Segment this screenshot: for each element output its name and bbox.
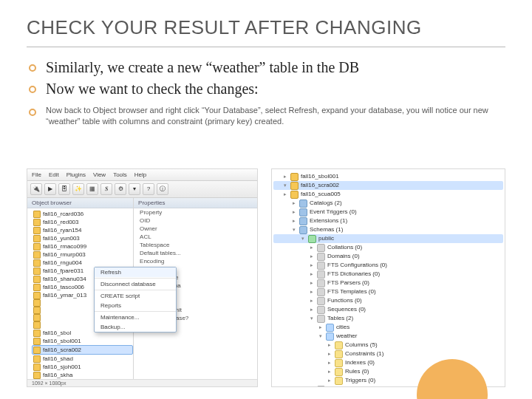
bullet-small: Now back to Object browser and right cli… bbox=[27, 105, 505, 127]
expand-icon[interactable]: ▸ bbox=[327, 376, 332, 385]
db-tree-item-label: fall16_rmaco099 bbox=[43, 242, 86, 250]
expand-icon[interactable]: ▸ bbox=[327, 358, 332, 367]
expand-icon[interactable]: ▸ bbox=[309, 305, 315, 314]
tree-node[interactable]: ▸fall16_sbol001 bbox=[273, 172, 503, 181]
tree-node[interactable]: ▸Sequences (0) bbox=[273, 305, 503, 314]
menu-view[interactable]: View bbox=[93, 171, 106, 178]
generic-icon bbox=[317, 253, 325, 261]
tree-node-label: Rules (0) bbox=[345, 367, 369, 376]
col-icon bbox=[335, 341, 343, 349]
context-menu[interactable]: Refresh Disconnect database CREATE scrip… bbox=[94, 267, 177, 332]
database-icon bbox=[33, 372, 41, 379]
tree-node[interactable]: ▸Constraints (1) bbox=[273, 349, 503, 358]
db-icon[interactable]: 🗄 bbox=[58, 183, 70, 195]
db-tree-item[interactable]: fall16_red003 bbox=[32, 218, 133, 226]
db-tree-item[interactable]: fall16_scra002 bbox=[32, 345, 133, 355]
property-row: ACL bbox=[134, 233, 257, 241]
expand-icon[interactable]: ▾ bbox=[309, 314, 315, 323]
expand-icon[interactable]: ▸ bbox=[282, 172, 288, 181]
menu-tools[interactable]: Tools bbox=[113, 171, 127, 178]
database-icon bbox=[33, 355, 41, 363]
db-icon bbox=[290, 191, 299, 199]
ctx-reports[interactable]: Reports bbox=[95, 301, 176, 310]
expand-icon[interactable]: ▾ bbox=[318, 332, 324, 341]
ctx-disconnect[interactable]: Disconnect database bbox=[95, 279, 176, 289]
menu-edit[interactable]: Edit bbox=[49, 171, 59, 178]
expand-icon[interactable]: ▸ bbox=[309, 270, 315, 279]
db-tree-item[interactable]: fall16_rmurp003 bbox=[32, 250, 133, 259]
expand-icon[interactable]: ▸ bbox=[291, 199, 297, 208]
tree-node[interactable]: ▸Columns (5) bbox=[273, 341, 503, 349]
generic-icon bbox=[317, 279, 325, 287]
ctx-create-script[interactable]: CREATE script bbox=[95, 291, 176, 301]
db-tree-item[interactable]: fall16_yun003 bbox=[32, 234, 133, 242]
menu-file[interactable]: File bbox=[32, 171, 41, 178]
expand-icon[interactable]: ▸ bbox=[327, 349, 332, 358]
plug-icon[interactable]: 🔌 bbox=[30, 183, 42, 195]
tree-node[interactable]: ▸FTS Dictionaries (0) bbox=[273, 270, 503, 279]
db-tree-item-label: fall16_shad bbox=[43, 355, 73, 363]
database-icon bbox=[33, 299, 41, 307]
tree-node[interactable]: ▾Schemas (1) bbox=[273, 225, 503, 234]
db-tree-item[interactable]: fall16_rmaco099 bbox=[32, 242, 133, 250]
tree-node[interactable]: ▸Catalogs (2) bbox=[273, 199, 503, 208]
ctx-refresh[interactable]: Refresh bbox=[95, 267, 176, 277]
tree-node[interactable]: ▸Event Triggers (0) bbox=[273, 208, 503, 216]
expand-icon[interactable]: ▸ bbox=[309, 287, 315, 296]
object-browser-header: Object browser bbox=[27, 198, 133, 208]
expand-icon[interactable]: ▸ bbox=[309, 279, 315, 287]
info-icon[interactable]: ⓘ bbox=[157, 183, 168, 195]
db-tree-item[interactable]: fall16_rcard036 bbox=[32, 210, 133, 218]
expand-icon[interactable]: ▸ bbox=[291, 216, 297, 225]
table-icon bbox=[326, 324, 334, 332]
wand-icon[interactable]: ✨ bbox=[72, 183, 84, 195]
expand-icon[interactable]: ▸ bbox=[309, 243, 315, 252]
gear-icon[interactable]: ⚙ bbox=[115, 183, 126, 195]
tree-node[interactable]: ▾weather bbox=[273, 332, 503, 341]
table-icon[interactable]: ▦ bbox=[86, 183, 98, 195]
expand-icon[interactable]: ▸ bbox=[327, 341, 332, 349]
expand-icon[interactable]: ▸ bbox=[309, 252, 315, 261]
expand-icon[interactable]: ▸ bbox=[318, 323, 324, 332]
slide-title: CHECK YOUR RESULT AFTER CHANGING bbox=[27, 16, 505, 47]
tree-node-label: FTS Parsers (0) bbox=[327, 279, 369, 287]
tree-node[interactable]: ▸FTS Configurations (0) bbox=[273, 261, 503, 270]
tree-node[interactable]: ▾public bbox=[273, 234, 503, 243]
expand-icon[interactable]: ▸ bbox=[309, 385, 315, 387]
db-tree-item[interactable]: fall16_skha bbox=[32, 371, 133, 379]
expand-icon[interactable]: ▸ bbox=[291, 208, 297, 216]
tree-node[interactable]: ▾fall16_scra002 bbox=[273, 181, 503, 190]
menu-plugins[interactable]: Plugins bbox=[66, 171, 86, 178]
ctx-maintenance[interactable]: Maintenance... bbox=[95, 313, 176, 322]
db-tree-item[interactable]: fall16_shad bbox=[32, 355, 133, 363]
run-icon[interactable]: ▶ bbox=[44, 183, 56, 195]
tree-node[interactable]: ▸Extensions (1) bbox=[273, 216, 503, 225]
tree-node[interactable]: ▸Collations (0) bbox=[273, 243, 503, 252]
expand-icon[interactable]: ▾ bbox=[300, 234, 306, 243]
expand-icon[interactable]: ▸ bbox=[309, 296, 315, 305]
tree-node[interactable]: ▸FTS Templates (0) bbox=[273, 287, 503, 296]
expand-icon[interactable]: ▸ bbox=[282, 190, 288, 199]
menu-help[interactable]: Help bbox=[134, 171, 146, 178]
db-tree-item-label: fall16_ryan154 bbox=[43, 226, 81, 234]
db-tree-item[interactable]: fall16_ryan154 bbox=[32, 226, 133, 234]
filter-icon[interactable]: ▾ bbox=[129, 183, 140, 195]
db-tree-item[interactable]: fall16_sbol001 bbox=[32, 337, 133, 345]
tree-node[interactable]: ▸Functions (0) bbox=[273, 296, 503, 305]
expand-icon[interactable]: ▸ bbox=[309, 261, 315, 270]
tree-node[interactable]: ▸FTS Parsers (0) bbox=[273, 279, 503, 287]
ctx-backup[interactable]: Backup... bbox=[95, 322, 176, 332]
tree-node[interactable]: ▾Tables (2) bbox=[273, 314, 503, 323]
tree-node[interactable]: ▸cities bbox=[273, 323, 503, 332]
sql-icon[interactable]: 𝑺 bbox=[100, 183, 112, 195]
expand-icon[interactable]: ▸ bbox=[327, 367, 332, 376]
expand-icon[interactable]: ▾ bbox=[291, 225, 297, 234]
property-row: Encoding bbox=[134, 257, 257, 265]
db-tree-item[interactable]: fall16_rngu004 bbox=[32, 259, 133, 267]
db-tree-item[interactable]: fall16_sjoh001 bbox=[32, 363, 133, 371]
property-row: Owner bbox=[134, 225, 257, 233]
tree-node[interactable]: ▸fall16_scua005 bbox=[273, 190, 503, 199]
expand-icon[interactable]: ▾ bbox=[282, 181, 288, 190]
tree-node[interactable]: ▸Domains (0) bbox=[273, 252, 503, 261]
help-icon[interactable]: ? bbox=[143, 183, 154, 195]
